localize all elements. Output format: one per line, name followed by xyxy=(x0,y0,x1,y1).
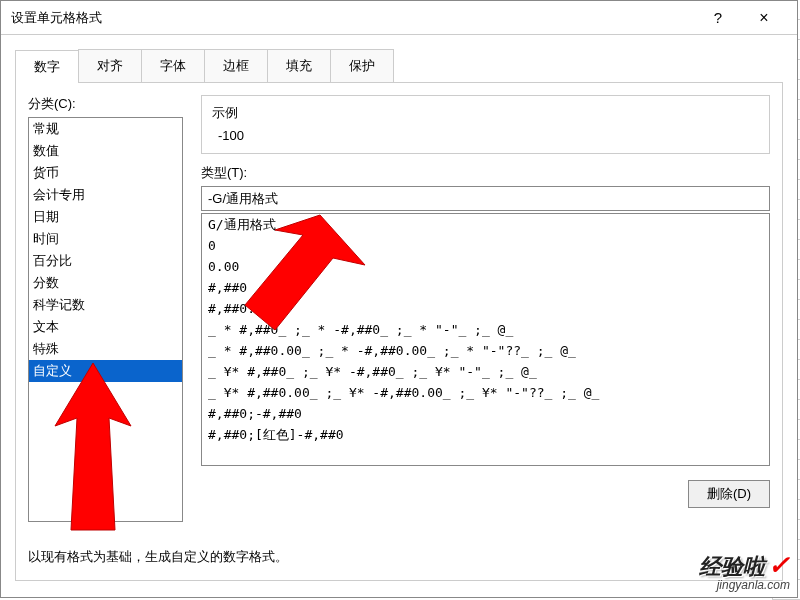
hint-text: 以现有格式为基础，生成自定义的数字格式。 xyxy=(28,548,770,566)
list-item[interactable]: _ ¥* #,##0.00_ ;_ ¥* -#,##0.00_ ;_ ¥* "-… xyxy=(202,382,769,403)
list-item[interactable]: 常规 xyxy=(29,118,182,140)
tab-3[interactable]: 边框 xyxy=(204,49,268,82)
list-item[interactable]: _ ¥* #,##0_ ;_ ¥* -#,##0_ ;_ ¥* "-"_ ;_ … xyxy=(202,361,769,382)
category-listbox[interactable]: 常规数值货币会计专用日期时间百分比分数科学记数文本特殊自定义 xyxy=(28,117,183,522)
list-item[interactable]: 0.00 xyxy=(202,256,769,277)
check-icon: ✓ xyxy=(768,550,790,580)
example-value: -100 xyxy=(212,128,759,143)
list-item[interactable]: 特殊 xyxy=(29,338,182,360)
tab-1[interactable]: 对齐 xyxy=(78,49,142,82)
list-item[interactable]: G/通用格式 xyxy=(202,214,769,235)
titlebar: 设置单元格格式 ? × xyxy=(1,1,797,35)
example-label: 示例 xyxy=(212,104,759,122)
example-box: 示例 -100 xyxy=(201,95,770,154)
tab-4[interactable]: 填充 xyxy=(267,49,331,82)
list-item[interactable]: #,##0;[红色]-#,##0 xyxy=(202,424,769,445)
list-item[interactable]: 数值 xyxy=(29,140,182,162)
list-item[interactable]: #,##0 xyxy=(202,277,769,298)
dialog-window: 设置单元格格式 ? × 数字对齐字体边框填充保护 分类(C): 常规数值货币会计… xyxy=(0,0,798,598)
list-item[interactable]: 分数 xyxy=(29,272,182,294)
watermark-text: 经验啦 xyxy=(699,554,765,579)
dialog-content: 数字对齐字体边框填充保护 分类(C): 常规数值货币会计专用日期时间百分比分数科… xyxy=(1,35,797,591)
list-item[interactable]: 文本 xyxy=(29,316,182,338)
list-item[interactable]: _ * #,##0_ ;_ * -#,##0_ ;_ * "-"_ ;_ @_ xyxy=(202,319,769,340)
tab-2[interactable]: 字体 xyxy=(141,49,205,82)
list-item[interactable]: 科学记数 xyxy=(29,294,182,316)
list-item[interactable]: #,##0;-#,##0 xyxy=(202,403,769,424)
tabs: 数字对齐字体边框填充保护 xyxy=(15,49,783,83)
type-listbox[interactable]: G/通用格式00.00#,##0#,##0.00_ * #,##0_ ;_ * … xyxy=(201,213,770,466)
watermark: 经验啦 ✓ jingyanla.com xyxy=(699,550,790,592)
list-item[interactable]: 百分比 xyxy=(29,250,182,272)
tab-5[interactable]: 保护 xyxy=(330,49,394,82)
list-item[interactable]: 会计专用 xyxy=(29,184,182,206)
help-button[interactable]: ? xyxy=(695,9,741,26)
delete-button[interactable]: 删除(D) xyxy=(688,480,770,508)
category-label: 分类(C): xyxy=(28,95,183,113)
list-item[interactable]: 时间 xyxy=(29,228,182,250)
tab-0[interactable]: 数字 xyxy=(15,50,79,83)
list-item[interactable]: 自定义 xyxy=(29,360,182,382)
list-item[interactable]: 0 xyxy=(202,235,769,256)
list-item[interactable]: 货币 xyxy=(29,162,182,184)
list-item[interactable]: #,##0.00 xyxy=(202,298,769,319)
watermark-sub: jingyanla.com xyxy=(699,578,790,592)
close-button[interactable]: × xyxy=(741,9,787,27)
type-label: 类型(T): xyxy=(201,164,770,182)
list-item[interactable]: 日期 xyxy=(29,206,182,228)
tab-panel: 分类(C): 常规数值货币会计专用日期时间百分比分数科学记数文本特殊自定义 示例… xyxy=(15,83,783,581)
list-item[interactable]: _ * #,##0.00_ ;_ * -#,##0.00_ ;_ * "-"??… xyxy=(202,340,769,361)
type-input[interactable] xyxy=(202,187,769,210)
dialog-title: 设置单元格格式 xyxy=(11,9,695,27)
